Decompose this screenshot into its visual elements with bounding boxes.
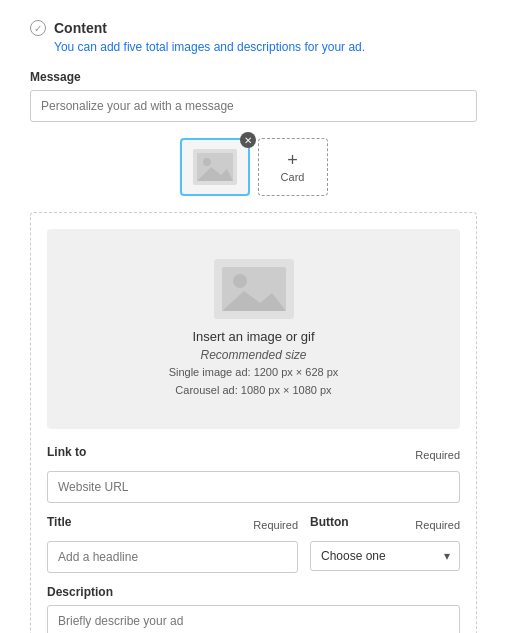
link-to-required: Required	[415, 449, 460, 461]
upload-text: Insert an image or gif	[192, 329, 314, 344]
section-title: Content	[54, 20, 107, 36]
button-select[interactable]: Choose one Learn More Shop Now Sign Up D…	[310, 541, 460, 571]
title-col: Title Required	[47, 515, 298, 573]
cards-row: ✕ + Card	[30, 138, 477, 196]
link-to-input[interactable]	[47, 471, 460, 503]
add-card-label: Card	[281, 171, 305, 183]
message-label: Message	[30, 70, 477, 84]
title-label: Title	[47, 515, 71, 529]
close-icon[interactable]: ✕	[240, 132, 256, 148]
add-card-button[interactable]: + Card	[258, 138, 328, 196]
plus-icon: +	[287, 151, 298, 169]
card-editor: Insert an image or gif Recommended size …	[30, 212, 477, 633]
image-card-existing[interactable]: ✕	[180, 138, 250, 196]
message-section: Message	[30, 70, 477, 122]
svg-point-6	[233, 274, 247, 288]
upload-size1: Single image ad: 1200 px × 628 px Carous…	[169, 364, 339, 399]
title-button-row: Title Required Button Required Choose on…	[47, 515, 460, 573]
description-label: Description	[47, 585, 460, 599]
svg-point-2	[203, 158, 211, 166]
button-col: Button Required Choose one Learn More Sh…	[310, 515, 460, 573]
description-input[interactable]	[47, 605, 460, 633]
section-header: ✓ Content	[30, 20, 477, 36]
image-upload-area[interactable]: Insert an image or gif Recommended size …	[47, 229, 460, 429]
message-input[interactable]	[30, 90, 477, 122]
title-required: Required	[253, 519, 298, 531]
button-required: Required	[415, 519, 460, 531]
link-to-section: Link to Required	[47, 445, 460, 503]
title-input[interactable]	[47, 541, 298, 573]
upload-recommended: Recommended size	[200, 348, 306, 362]
image-thumbnail	[193, 149, 237, 185]
section-subtitle: You can add five total images and descri…	[54, 40, 477, 54]
section-icon: ✓	[30, 20, 46, 36]
link-to-label: Link to	[47, 445, 86, 459]
button-select-wrapper: Choose one Learn More Shop Now Sign Up D…	[310, 541, 460, 571]
description-section: Description	[47, 585, 460, 633]
image-upload-icon	[214, 259, 294, 319]
button-label: Button	[310, 515, 349, 529]
